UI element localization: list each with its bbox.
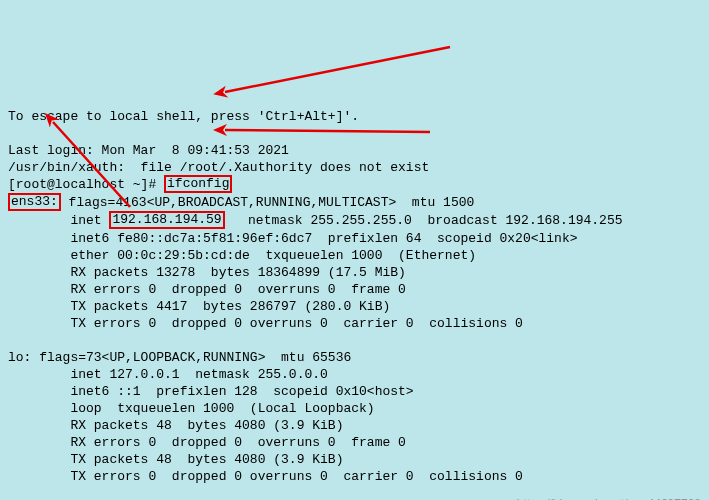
shell-prompt[interactable]: [root@localhost ~]# xyxy=(8,177,164,192)
ens33-inet-suffix: netmask 255.255.255.0 broadcast 192.168.… xyxy=(225,213,623,228)
ens33-tx-errors: TX errors 0 dropped 0 overruns 0 carrier… xyxy=(8,316,523,331)
watermark-text: https://blog.csdn.net/qq_44697728 xyxy=(517,496,701,500)
ens33-inet-prefix: inet xyxy=(8,213,109,228)
lo-tx-packets: TX packets 48 bytes 4080 (3.9 KiB) xyxy=(8,452,343,467)
lo-header: lo: flags=73<UP,LOOPBACK,RUNNING> mtu 65… xyxy=(8,350,351,365)
ens33-inet6: inet6 fe80::dc7a:5f81:96ef:6dc7 prefixle… xyxy=(8,231,578,246)
ens33-rx-packets: RX packets 13278 bytes 18364899 (17.5 Mi… xyxy=(8,265,406,280)
lo-inet: inet 127.0.0.1 netmask 255.0.0.0 xyxy=(8,367,328,382)
last-login-line: Last login: Mon Mar 8 09:41:53 2021 xyxy=(8,143,289,158)
xauth-line: /usr/bin/xauth: file /root/.Xauthority d… xyxy=(8,160,429,175)
ens33-ether: ether 00:0c:29:5b:cd:de txqueuelen 1000 … xyxy=(8,248,476,263)
lo-inet6: inet6 ::1 prefixlen 128 scopeid 0x10<hos… xyxy=(8,384,414,399)
ens33-rx-errors: RX errors 0 dropped 0 overruns 0 frame 0 xyxy=(8,282,406,297)
ens33-flags: flags=4163<UP,BROADCAST,RUNNING,MULTICAS… xyxy=(61,195,474,210)
lo-rx-errors: RX errors 0 dropped 0 overruns 0 frame 0 xyxy=(8,435,406,450)
lo-rx-packets: RX packets 48 bytes 4080 (3.9 KiB) xyxy=(8,418,343,433)
interface-name-ens33: ens33: xyxy=(8,193,61,211)
lo-loop: loop txqueuelen 1000 (Local Loopback) xyxy=(8,401,375,416)
ens33-ip-address: 192.168.194.59 xyxy=(109,211,224,229)
terminal-output: To escape to local shell, press 'Ctrl+Al… xyxy=(0,85,709,500)
lo-tx-errors: TX errors 0 dropped 0 overruns 0 carrier… xyxy=(8,469,523,484)
escape-hint: To escape to local shell, press 'Ctrl+Al… xyxy=(8,109,359,124)
ens33-tx-packets: TX packets 4417 bytes 286797 (280.0 KiB) xyxy=(8,299,390,314)
command-ifconfig: ifconfig xyxy=(164,175,232,193)
